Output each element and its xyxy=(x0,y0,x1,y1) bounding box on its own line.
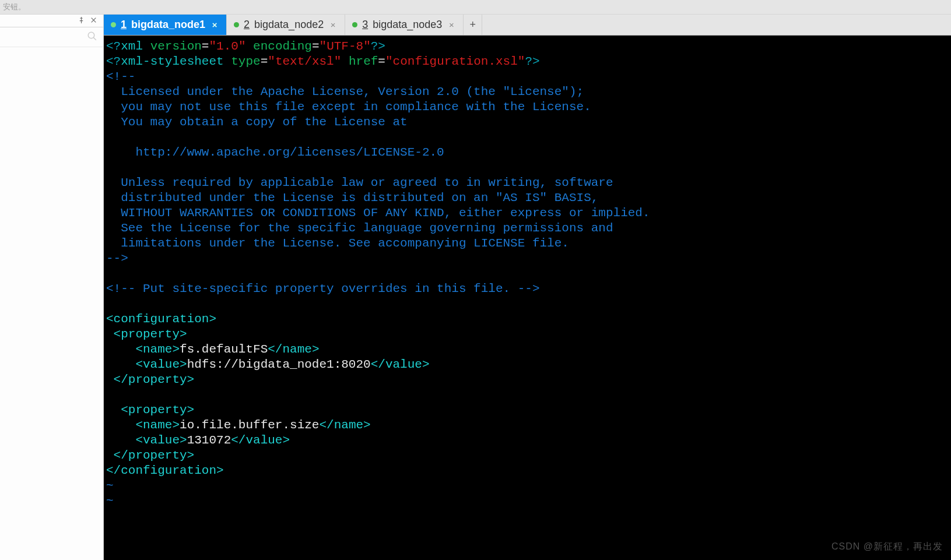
prop-value: hdfs://bigdata_node1:8020 xyxy=(187,358,371,371)
connection-status-icon xyxy=(352,22,357,27)
tag-property-open: <property> xyxy=(106,403,194,417)
tag-property-open: <property> xyxy=(106,327,187,341)
comment-line: http://www.apache.org/licenses/LICENSE-2… xyxy=(106,146,444,159)
comment-line: <!-- Put site-specific property override… xyxy=(106,282,540,295)
app-window: 安钮。 1 bigdata_nod xyxy=(0,0,951,560)
comment-line: you may not use this file except in comp… xyxy=(106,100,591,114)
top-strip-text: 安钮。 xyxy=(3,2,26,12)
connection-status-icon xyxy=(234,22,239,27)
xml-keyword: xml xyxy=(121,40,143,53)
terminal-editor[interactable]: <?xml version="1.0" encoding="UTF-8"?> <… xyxy=(104,36,951,560)
main-area: 1 bigdata_node1 × 2 bigdata_node2 × 3 bi… xyxy=(104,15,951,560)
pin-icon[interactable] xyxy=(78,16,85,26)
comment-open: <!-- xyxy=(106,70,135,83)
xml-attr: href xyxy=(349,55,378,68)
tab-label: bigdata_node1 xyxy=(131,19,205,31)
comment-line: You may obtain a copy of the License at xyxy=(106,115,408,129)
vim-tilde: ~ xyxy=(106,494,114,508)
close-icon[interactable] xyxy=(90,16,97,26)
xml-punct: ?> xyxy=(525,55,539,68)
sidebar-toolbar xyxy=(0,15,103,27)
prop-name: fs.defaultFS xyxy=(180,343,268,356)
tab-close-icon[interactable]: × xyxy=(328,20,338,30)
comment-line: distributed under the License is distrib… xyxy=(106,191,598,205)
app-body: 1 bigdata_node1 × 2 bigdata_node2 × 3 bi… xyxy=(0,15,951,560)
tag-name-close: </name> xyxy=(319,418,370,432)
vim-tilde: ~ xyxy=(106,479,114,492)
tab-bar: 1 bigdata_node1 × 2 bigdata_node2 × 3 bi… xyxy=(104,15,951,36)
tag-property-close: </property> xyxy=(106,449,194,462)
new-tab-button[interactable]: + xyxy=(464,15,482,35)
comment-line: Licensed under the Apache License, Versi… xyxy=(106,85,584,98)
search-icon xyxy=(87,31,97,43)
comment-line: See the License for the specific languag… xyxy=(106,221,613,235)
xml-keyword: xml-stylesheet xyxy=(121,55,223,68)
tab-close-icon[interactable]: × xyxy=(210,20,219,30)
xml-attr: type xyxy=(231,55,260,68)
comment-line: WITHOUT WARRANTIES OR CONDITIONS OF ANY … xyxy=(106,206,650,220)
xml-str: "1.0" xyxy=(209,40,245,53)
comment-line: limitations under the License. See accom… xyxy=(106,237,569,250)
tab-number: 3 xyxy=(362,19,368,31)
tag-name-open: <name> xyxy=(106,343,180,356)
xml-punct: ?> xyxy=(371,40,385,53)
tag-value-open: <value> xyxy=(106,434,187,447)
tab-number: 2 xyxy=(244,19,250,31)
tab-bigdata-node1[interactable]: 1 bigdata_node1 × xyxy=(104,15,227,35)
prop-name: io.file.buffer.size xyxy=(180,418,319,432)
xml-punct: <? xyxy=(106,55,121,68)
svg-point-0 xyxy=(88,32,94,38)
xml-attr: encoding xyxy=(253,40,312,53)
prop-value: 131072 xyxy=(187,434,231,447)
tag-value-close: </value> xyxy=(371,358,430,371)
xml-punct: <? xyxy=(106,40,121,53)
xml-str: "UTF-8" xyxy=(320,40,371,53)
xml-eq: = xyxy=(202,40,209,53)
tag-configuration-close: </configuration> xyxy=(106,464,224,477)
watermark: CSDN @新征程，再出发 xyxy=(831,539,943,554)
tab-bigdata-node3[interactable]: 3 bigdata_node3 × xyxy=(345,15,464,35)
xml-eq: = xyxy=(261,55,268,68)
xml-attr: version xyxy=(150,40,202,53)
tab-label: bigdata_node3 xyxy=(373,19,442,31)
tag-value-close: </value> xyxy=(231,434,290,447)
tag-configuration-open: <configuration> xyxy=(106,312,216,326)
top-strip: 安钮。 xyxy=(0,0,951,15)
comment-close: --> xyxy=(106,252,128,265)
tab-close-icon[interactable]: × xyxy=(447,20,456,30)
tab-label: bigdata_node2 xyxy=(254,19,324,31)
comment-line: Unless required by applicable law or agr… xyxy=(106,176,613,189)
tag-name-close: </name> xyxy=(268,343,319,356)
tag-name-open: <name> xyxy=(106,418,180,432)
xml-str: "text/xsl" xyxy=(268,55,341,68)
connection-status-icon xyxy=(111,22,116,27)
xml-eq: = xyxy=(312,40,320,53)
xml-str: "configuration.xsl" xyxy=(385,55,525,68)
tab-number: 1 xyxy=(121,19,127,31)
sidebar-search[interactable] xyxy=(0,27,103,47)
sidebar xyxy=(0,15,104,560)
tag-property-close: </property> xyxy=(106,373,194,386)
tab-bigdata-node2[interactable]: 2 bigdata_node2 × xyxy=(227,15,345,35)
tag-value-open: <value> xyxy=(106,358,187,371)
xml-eq: = xyxy=(378,55,385,68)
